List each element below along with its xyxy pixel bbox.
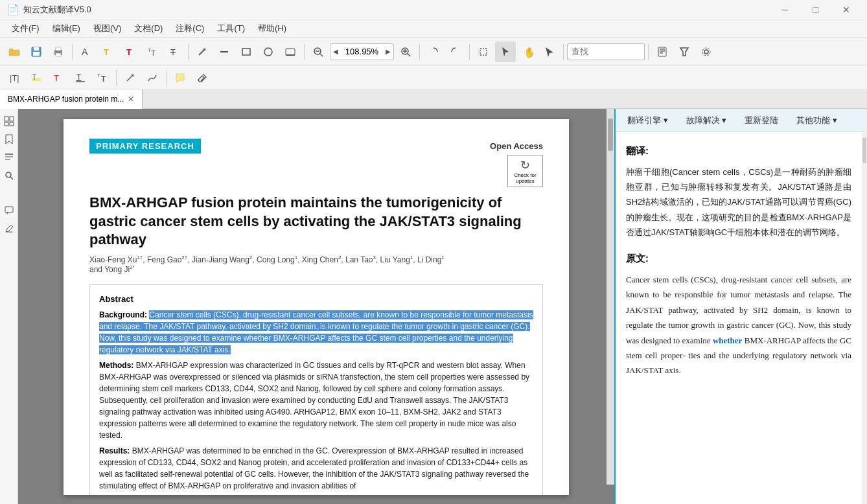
right-content: 翻译: 肿瘤干细胞(Cancer stem cells，CSCs)是一种耐药的肿… <box>616 132 862 504</box>
stamp-button[interactable] <box>280 41 301 62</box>
font-size-button[interactable]: TT <box>92 67 113 88</box>
background-section: Background: Cancer stem cells (CSCs), dr… <box>99 309 533 356</box>
menu-bar: 文件(F) 编辑(E) 视图(V) 文档(D) 注释(C) 工具(T) 帮助(H… <box>0 19 867 38</box>
text-tool-button[interactable]: A <box>76 41 97 62</box>
text-select-button[interactable]: |T| <box>4 67 25 88</box>
svg-text:|T|: |T| <box>10 73 19 83</box>
menu-file[interactable]: 文件(F) <box>5 20 46 37</box>
original-header: 原文: <box>626 250 851 267</box>
author-text2: and Yong Ji2* <box>89 265 135 274</box>
troubleshoot-button[interactable]: 故障解决 ▾ <box>681 112 732 129</box>
zoom-increase[interactable]: ▶ <box>383 48 393 55</box>
tab-close-button[interactable]: ✕ <box>128 95 134 104</box>
other-functions-button[interactable]: 其他功能 ▾ <box>791 112 842 129</box>
zoom-out-button[interactable] <box>308 41 329 62</box>
rotate-ccw-button[interactable] <box>445 41 466 62</box>
svg-marker-61 <box>6 212 8 214</box>
right-panel-scrollbar[interactable] <box>862 132 867 504</box>
menu-tools[interactable]: 工具(T) <box>211 20 251 37</box>
maximize-button[interactable]: □ <box>801 0 830 19</box>
underline-button[interactable]: T <box>70 67 91 88</box>
bookmark-view-button[interactable] <box>652 41 673 62</box>
rect-tool-button[interactable] <box>236 41 257 62</box>
rotate-button[interactable] <box>423 41 444 62</box>
svg-marker-29 <box>502 47 509 56</box>
abstract-box: Abstract Background: Cancer stem cells (… <box>89 284 543 495</box>
svg-text:A: A <box>82 47 88 57</box>
svg-rect-34 <box>660 51 665 52</box>
text-size-button[interactable]: TT <box>142 41 163 62</box>
settings-button[interactable] <box>696 41 717 62</box>
svg-line-22 <box>320 54 323 56</box>
sidebar-thumbnail-icon[interactable] <box>2 114 16 128</box>
vertical-scrollbar[interactable] <box>607 109 614 485</box>
zoom-decrease[interactable]: ◀ <box>330 48 341 55</box>
background-label: Background: <box>99 310 147 319</box>
menu-edit[interactable]: 编辑(E) <box>46 20 87 37</box>
pdf-page: PRIMARY RESEARCH Open Access ↻ Check for… <box>64 119 569 495</box>
zoom-input[interactable] <box>341 47 383 56</box>
svg-rect-54 <box>10 122 14 126</box>
bold-text-button[interactable]: T <box>120 41 141 62</box>
sidebar-comment-icon[interactable] <box>2 203 16 218</box>
sidebar-toc-icon[interactable] <box>2 150 16 165</box>
original-section: 原文: Cancer stem cells (CSCs), drug-resis… <box>626 250 851 378</box>
zoom-in-button[interactable] <box>395 41 416 62</box>
attachment-button[interactable] <box>192 67 213 88</box>
select-button[interactable] <box>495 41 516 62</box>
svg-rect-53 <box>5 122 8 126</box>
primary-research-badge: PRIMARY RESEARCH <box>89 139 201 154</box>
open-folder-button[interactable] <box>4 41 25 62</box>
print-button[interactable] <box>48 41 69 62</box>
arrow-tool-button[interactable] <box>192 41 213 62</box>
svg-rect-6 <box>56 47 61 51</box>
text-highlight2-button[interactable]: T <box>26 67 47 88</box>
save-button[interactable] <box>26 41 47 62</box>
svg-point-37 <box>704 50 708 54</box>
close-button[interactable]: ✕ <box>831 0 861 19</box>
freehand-button[interactable] <box>142 67 163 88</box>
svg-rect-4 <box>33 52 40 56</box>
sidebar-pen-icon[interactable] <box>2 222 16 236</box>
svg-rect-7 <box>56 53 61 56</box>
hand-tool-button[interactable]: ✋ <box>517 41 538 62</box>
strikethrough-button[interactable]: T <box>164 41 185 62</box>
sidebar-search-icon[interactable] <box>2 168 16 183</box>
filter-button[interactable] <box>674 41 695 62</box>
highlight-tool-button[interactable]: T <box>98 41 119 62</box>
primary-research-text: PRIMARY RESEARCH <box>96 141 194 151</box>
minimize-button[interactable]: ─ <box>770 0 800 19</box>
active-tab[interactable]: BMX-ARHGAP fusion protein m... ✕ <box>0 89 143 109</box>
menu-document[interactable]: 文档(D) <box>128 20 169 37</box>
sidebar-bookmark-icon[interactable] <box>2 132 16 146</box>
search-input[interactable] <box>568 47 644 56</box>
right-top-bar: 翻译引擎 ▾ 故障解决 ▾ 重新登陆 其他功能 ▾ <box>616 109 867 132</box>
app-title: 知云文献翻译V5.0 <box>23 4 770 16</box>
svg-rect-3 <box>34 47 39 51</box>
circle-tool-button[interactable] <box>258 41 279 62</box>
translation-text: 肿瘤干细胞(Cancer stem cells，CSCs)是一种耐药的肿瘤细胞亚… <box>626 165 851 240</box>
scroll-thumb[interactable] <box>608 119 613 151</box>
tab-bar: BMX-ARHGAP fusion protein m... ✕ <box>0 89 867 109</box>
open-access-label: Open Access <box>490 141 543 151</box>
line-tool-button[interactable] <box>214 41 235 62</box>
color-text-button[interactable]: T <box>48 67 69 88</box>
menu-view[interactable]: 视图(V) <box>87 20 128 37</box>
menu-help[interactable]: 帮助(H) <box>251 20 293 37</box>
translate-engine-button[interactable]: 翻译引擎 ▾ <box>622 112 673 129</box>
menu-annotate[interactable]: 注释(C) <box>169 20 211 37</box>
cursor-button[interactable] <box>539 41 560 62</box>
right-panel-scroll-thumb[interactable] <box>862 137 866 163</box>
translation-section: 翻译: 肿瘤干细胞(Cancer stem cells，CSCs)是一种耐药的肿… <box>626 143 851 240</box>
pdf-area: PRIMARY RESEARCH Open Access ↻ Check for… <box>18 109 614 504</box>
draw-arrow-button[interactable] <box>120 67 141 88</box>
sticky-note-button[interactable] <box>170 67 191 88</box>
relogin-button[interactable]: 重新登陆 <box>739 112 783 129</box>
svg-rect-35 <box>660 52 663 54</box>
svg-rect-19 <box>286 49 295 55</box>
svg-text:T: T <box>170 47 176 57</box>
toolbar-secondary: |T| T T T TT <box>0 66 867 89</box>
methods-label: Methods: <box>99 361 133 370</box>
svg-rect-1 <box>9 50 19 56</box>
crop-button[interactable] <box>473 41 494 62</box>
